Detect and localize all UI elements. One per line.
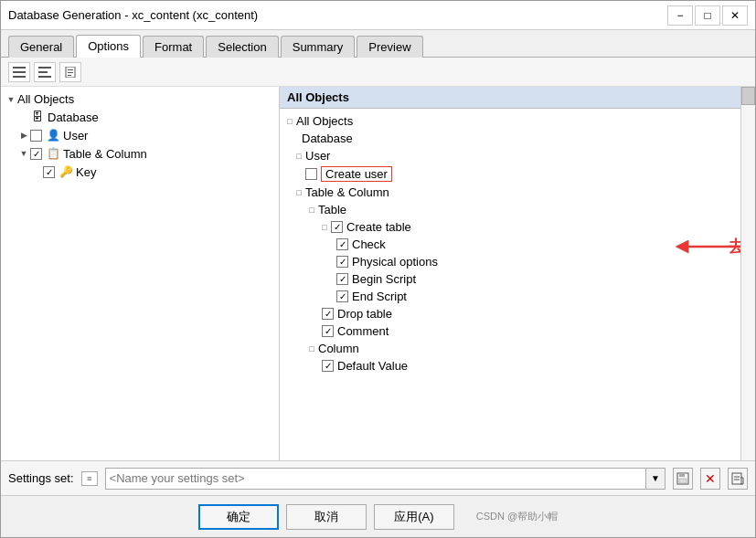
right-tree-create-user[interactable]: Create user (280, 164, 740, 184)
right-checkbox-create-table[interactable] (331, 221, 343, 233)
confirm-button[interactable]: 确定 (198, 504, 279, 530)
right-checkbox-end-script[interactable] (336, 290, 348, 302)
toolbar-btn-1[interactable] (8, 62, 30, 82)
expander-table-column[interactable]: ▼ (17, 147, 30, 160)
cancel-button[interactable]: 取消 (286, 504, 367, 530)
settings-bar: Settings set: ≡ ▼ ✕ (1, 460, 755, 495)
svg-rect-5 (38, 76, 51, 78)
right-tree-default-value[interactable]: Default Value (280, 357, 740, 374)
tab-general[interactable]: General (8, 36, 74, 58)
right-tree-database[interactable]: Database (280, 130, 740, 147)
tab-summary[interactable]: Summary (281, 36, 356, 58)
left-tree-all-objects[interactable]: ▼ All Objects (1, 90, 279, 108)
tab-options[interactable]: Options (76, 35, 141, 58)
window-title: Database Generation - xc_content (xc_con… (8, 8, 258, 22)
tabs-bar: General Options Format Selection Summary… (1, 30, 755, 58)
right-tree-drop-table[interactable]: Drop table (280, 305, 740, 322)
expander-all-objects[interactable]: ▼ (5, 93, 17, 106)
right-expander-table-column[interactable]: □ (293, 186, 305, 199)
apply-button[interactable]: 应用(A) (374, 504, 454, 530)
settings-input[interactable] (105, 468, 665, 490)
title-bar: Database Generation - xc_content (xc_con… (1, 1, 755, 30)
right-checkbox-drop-table[interactable] (322, 308, 334, 320)
left-pane: ▼ All Objects 🗄 Database ▶ (1, 87, 280, 460)
svg-rect-4 (38, 71, 48, 73)
left-tree-user[interactable]: ▶ 👤 User (1, 126, 279, 144)
tab-preview[interactable]: Preview (357, 36, 422, 58)
minimize-button[interactable]: − (667, 5, 693, 26)
checkbox-table-column[interactable] (30, 148, 42, 160)
right-tree-comment[interactable]: Comment (280, 322, 740, 340)
right-expander-column[interactable]: □ (305, 343, 318, 355)
right-expander-user[interactable]: □ (293, 150, 305, 163)
right-tree-all-objects[interactable]: □ All Objects (280, 112, 740, 130)
settings-input-wrapper: ▼ (105, 468, 665, 490)
settings-label: Settings set: (8, 471, 74, 485)
right-tree-table-column[interactable]: □ Table & Column (280, 184, 740, 201)
right-checkbox-default-value[interactable] (322, 360, 334, 372)
right-checkbox-create-user[interactable] (305, 168, 317, 180)
svg-rect-3 (38, 67, 51, 69)
tab-format[interactable]: Format (143, 36, 204, 58)
scrollbar[interactable] (740, 87, 755, 460)
end-script-label: End Script (352, 290, 407, 303)
maximize-button[interactable]: □ (695, 5, 720, 26)
svg-rect-1 (13, 71, 26, 73)
settings-delete-btn[interactable]: ✕ (700, 468, 720, 490)
window-controls: − □ ✕ (667, 5, 748, 26)
right-tree-physical-options[interactable]: Physical options (280, 253, 740, 270)
checkbox-key[interactable] (43, 166, 55, 178)
right-expander-table[interactable]: □ (305, 204, 318, 216)
svg-rect-12 (679, 473, 685, 477)
svg-rect-2 (13, 76, 26, 78)
svg-rect-7 (68, 69, 73, 70)
svg-rect-9 (68, 75, 71, 76)
right-expander-create-table[interactable]: □ (318, 221, 331, 234)
right-tree-create-table[interactable]: □ Create table (280, 218, 740, 236)
right-checkbox-begin-script[interactable] (336, 273, 348, 285)
expander-user[interactable]: ▶ (17, 129, 30, 142)
right-checkbox-physical-options[interactable] (336, 256, 348, 268)
right-tree: □ All Objects Database □ User (280, 109, 740, 378)
main-window: Database Generation - xc_content (xc_con… (0, 0, 756, 538)
right-checkbox-check[interactable] (336, 238, 348, 250)
create-user-label: Create user (321, 166, 392, 182)
right-tree-check[interactable]: Check (280, 236, 740, 253)
bottom-bar: 确定 取消 应用(A) CSDN @帮助小帽 (1, 495, 755, 537)
close-button[interactable]: ✕ (722, 5, 748, 26)
toolbar (1, 58, 755, 87)
expander-key (30, 165, 43, 178)
settings-export-btn[interactable] (728, 468, 748, 490)
database-icon: 🗄 (30, 110, 45, 124)
right-tree-begin-script[interactable]: Begin Script (280, 270, 740, 288)
checkbox-user[interactable] (30, 130, 42, 142)
settings-dropdown-btn[interactable]: ▼ (645, 468, 665, 490)
tab-selection[interactable]: Selection (206, 36, 278, 58)
left-tree-key[interactable]: 🔑 Key (1, 163, 279, 181)
main-panel: ▼ All Objects 🗄 Database ▶ (1, 87, 755, 460)
physical-options-label: Physical options (352, 255, 438, 269)
svg-rect-8 (68, 72, 73, 73)
key-icon: 🔑 (59, 164, 73, 179)
svg-rect-0 (13, 67, 26, 69)
right-tree-end-script[interactable]: End Script (280, 288, 740, 305)
right-checkbox-comment[interactable] (322, 325, 334, 337)
right-tree-column[interactable]: □ Column (280, 340, 740, 357)
left-tree: ▼ All Objects 🗄 Database ▶ (1, 87, 279, 185)
right-tree-table[interactable]: □ Table (280, 201, 740, 218)
right-expander-all-objects[interactable]: □ (283, 115, 296, 128)
user-icon: 👤 (46, 128, 60, 142)
watermark: CSDN @帮助小帽 (476, 510, 558, 523)
right-tree-user[interactable]: □ User (280, 147, 740, 164)
content-area: ▼ All Objects 🗄 Database ▶ (1, 58, 755, 495)
settings-icon: ≡ (81, 471, 98, 486)
settings-save-btn[interactable] (673, 468, 693, 490)
toolbar-btn-2[interactable] (34, 62, 56, 82)
toolbar-btn-3[interactable] (59, 62, 81, 82)
left-tree-database[interactable]: 🗄 Database (1, 108, 279, 126)
svg-rect-13 (679, 479, 687, 483)
table-icon: 📋 (46, 146, 60, 161)
left-tree-table-column[interactable]: ▼ 📋 Table & Column (1, 144, 279, 163)
right-pane: All Objects 去掉 (280, 87, 740, 460)
right-pane-header: All Objects (280, 87, 740, 109)
